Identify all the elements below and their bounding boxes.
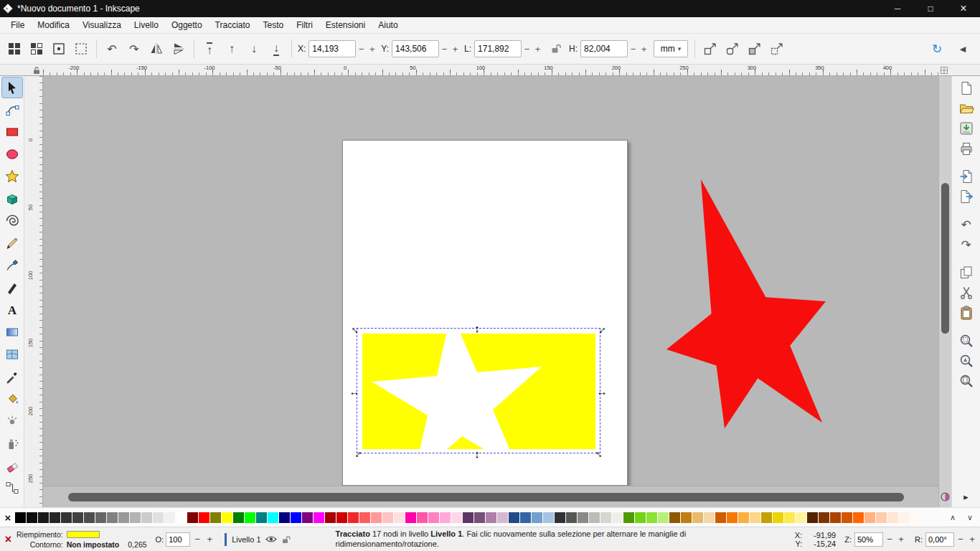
tool-ellipse-button[interactable] — [1, 143, 23, 165]
y-plus-button[interactable]: + — [450, 40, 461, 57]
zoom-page-button[interactable] — [956, 372, 976, 390]
tool-calligraphy-button[interactable] — [1, 277, 23, 298]
scale-pattern-toggle[interactable] — [766, 38, 788, 60]
zoom-drawing-button[interactable] — [956, 352, 976, 370]
palette-swatch[interactable] — [130, 512, 141, 523]
layer-lock-toggle[interactable] — [281, 534, 291, 545]
width-input[interactable] — [474, 40, 522, 57]
palette-swatch[interactable] — [819, 512, 829, 523]
palette-swatch[interactable] — [463, 512, 473, 523]
raise-to-top-button[interactable]: ↑ — [199, 38, 220, 60]
rotate-cw-button[interactable]: ↷ — [123, 38, 145, 60]
palette-swatch[interactable] — [268, 512, 278, 523]
palette-swatch[interactable] — [153, 512, 164, 523]
palette-swatch[interactable] — [842, 512, 852, 523]
menu-item-tracciato[interactable]: Tracciato — [209, 17, 257, 33]
lower-button[interactable]: ↓ — [243, 38, 265, 60]
palette-swatch[interactable] — [210, 512, 221, 523]
menu-item-oggetto[interactable]: Oggetto — [165, 17, 209, 33]
palette-swatch[interactable] — [784, 512, 795, 523]
tool-star-button[interactable] — [1, 166, 23, 187]
palette-swatch[interactable] — [222, 512, 232, 523]
palette-swatch[interactable] — [61, 512, 72, 523]
tool-text-button[interactable]: A — [1, 299, 23, 321]
maximize-button[interactable]: □ — [914, 0, 947, 17]
close-button[interactable]: × — [947, 0, 980, 17]
tool-selector-button[interactable] — [1, 77, 23, 98]
height-plus-button[interactable]: + — [639, 40, 649, 57]
vertical-ruler[interactable]: 050100150200250 — [24, 76, 43, 507]
palette-swatch[interactable] — [910, 512, 921, 523]
palette-swatch[interactable] — [164, 512, 175, 523]
selection-options-button[interactable] — [70, 38, 92, 60]
opacity-minus-button[interactable]: − — [192, 534, 202, 545]
minimize-button[interactable]: ─ — [881, 0, 914, 17]
palette-swatch[interactable] — [566, 512, 577, 523]
palette-swatch[interactable] — [233, 512, 244, 523]
palette-swatch[interactable] — [578, 512, 588, 523]
palette-swatch[interactable] — [727, 512, 738, 523]
palette-swatch[interactable] — [853, 512, 864, 523]
flip-vertical-button[interactable] — [168, 38, 189, 60]
palette-swatch[interactable] — [15, 512, 26, 523]
zoom-input[interactable] — [854, 532, 883, 547]
palette-swatch[interactable] — [38, 512, 49, 523]
stroke-none-indicator[interactable]: × — [3, 533, 14, 546]
palette-swatch[interactable] — [107, 512, 118, 523]
horizontal-scrollbar-thumb[interactable] — [68, 493, 904, 501]
palette-swatch[interactable] — [325, 512, 336, 523]
print-button[interactable] — [956, 139, 976, 158]
palette-swatch[interactable] — [635, 512, 646, 523]
tool-dropper-button[interactable] — [1, 366, 23, 387]
resize-handle-bottom[interactable]: ↕ — [471, 448, 483, 459]
horizontal-scrollbar[interactable] — [43, 486, 938, 507]
palette-swatch[interactable] — [623, 512, 634, 523]
rotation-plus-button[interactable]: + — [967, 534, 977, 545]
palette-scroll-up-button[interactable]: ∧ — [945, 513, 961, 522]
menu-item-aiuto[interactable]: Aiuto — [372, 17, 404, 33]
palette-swatch[interactable] — [887, 512, 898, 523]
no-color-swatch[interactable]: × — [2, 512, 14, 523]
rotation-input[interactable] — [925, 532, 954, 547]
vertical-scrollbar-thumb[interactable] — [941, 183, 949, 334]
palette-swatch[interactable] — [451, 512, 462, 523]
layer-name[interactable]: Livello 1 — [232, 535, 260, 544]
palette-swatch[interactable] — [405, 512, 416, 523]
palette-swatch[interactable] — [520, 512, 531, 523]
raise-button[interactable]: ↑ — [221, 38, 242, 60]
palette-swatch[interactable] — [899, 512, 910, 523]
palette-swatch[interactable] — [394, 512, 405, 523]
deselect-button[interactable] — [48, 38, 70, 60]
palette-swatch[interactable] — [371, 512, 382, 523]
ruler-corner[interactable] — [0, 65, 43, 76]
fill-color-swatch[interactable] — [67, 531, 100, 538]
resize-handle-left[interactable]: ↔ — [349, 385, 360, 397]
layer-visibility-toggle[interactable] — [265, 535, 277, 543]
palette-swatch[interactable] — [245, 512, 255, 523]
tool-eraser-button[interactable] — [1, 455, 23, 476]
tool-node-button[interactable] — [1, 99, 23, 121]
palette-swatch[interactable] — [658, 512, 669, 523]
new-document-button[interactable] — [956, 79, 976, 98]
fill-stroke-indicator[interactable]: Riempimento: Contorno: Non impostato 0,2… — [17, 530, 147, 549]
select-all-layers-button[interactable] — [26, 38, 47, 60]
palette-swatch[interactable] — [199, 512, 209, 523]
lower-to-bottom-button[interactable]: ↓ — [265, 38, 287, 60]
palette-swatch[interactable] — [646, 512, 657, 523]
palette-swatch[interactable] — [486, 512, 496, 523]
units-dropdown[interactable]: mm ▾ — [654, 40, 688, 57]
star-object[interactable] — [660, 173, 832, 435]
x-plus-button[interactable]: + — [367, 40, 377, 57]
color-managed-display-toggle[interactable] — [939, 486, 951, 507]
vertical-scrollbar[interactable] — [939, 76, 951, 486]
export-button[interactable] — [956, 187, 976, 206]
canvas[interactable]: ↔ ↕ ↔ ↔ ↔ ↔ ↕ ↔ — [43, 76, 938, 486]
palette-swatch[interactable] — [440, 512, 451, 523]
palette-swatch[interactable] — [864, 512, 875, 523]
tool-mesh-button[interactable] — [1, 344, 23, 365]
palette-swatch[interactable] — [336, 512, 347, 523]
tool-paint-bucket-button[interactable] — [1, 388, 23, 410]
palette-swatch[interactable] — [612, 512, 623, 523]
paste-button[interactable] — [956, 303, 976, 322]
palette-swatch[interactable] — [141, 512, 152, 523]
